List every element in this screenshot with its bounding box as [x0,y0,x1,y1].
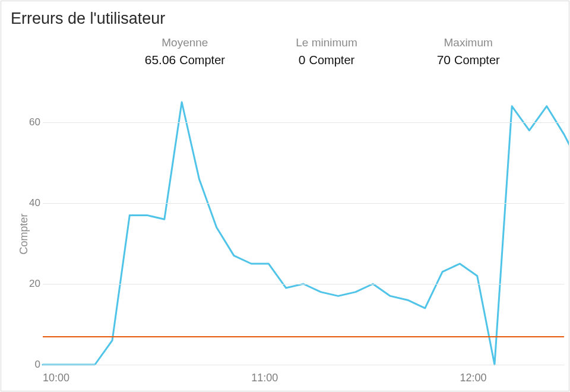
grid-line [43,203,564,204]
x-tick-label: 11:00 [251,372,278,384]
plot-region[interactable]: 0204060 [43,82,564,365]
chart-panel: Erreurs de l'utilisateur Moyenne 65.06 C… [1,1,569,391]
chart-area: Compter 0204060 10:0011:0012:00 [1,77,569,391]
x-tick-label: 12:00 [460,372,486,384]
stat-minimum-unit: Compter [309,53,355,67]
stat-maximum: Maximum 70 Compter [397,36,539,67]
stat-minimum-label: Le minimum [256,36,398,49]
y-tick-label: 20 [23,278,40,290]
chart-title: Erreurs de l'utilisateur [1,1,569,31]
stat-minimum: Le minimum 0 Compter [256,36,398,67]
y-tick-label: 60 [23,116,40,128]
x-axis: 10:0011:0012:00 [43,367,564,391]
y-tick-label: 0 [23,359,40,371]
grid-line [43,122,564,123]
stat-average-label: Moyenne [114,36,256,49]
stat-average-value: 65.06 [145,53,176,67]
grid-line [43,365,564,365]
x-tick-label: 10:00 [43,372,69,384]
stats-row: Moyenne 65.06 Compter Le minimum 0 Compt… [1,31,569,67]
stat-minimum-value: 0 [299,53,306,67]
y-axis-label: Compter [18,213,30,254]
stat-average: Moyenne 65.06 Compter [114,36,256,67]
stat-average-unit: Compter [179,53,225,67]
stat-maximum-value: 70 [437,53,451,67]
series-line [43,102,569,365]
stat-maximum-unit: Compter [454,53,500,67]
threshold-line [43,336,564,337]
y-tick-label: 40 [23,197,40,209]
stat-maximum-label: Maximum [397,36,539,49]
line-series [43,82,564,365]
grid-line [43,284,564,284]
